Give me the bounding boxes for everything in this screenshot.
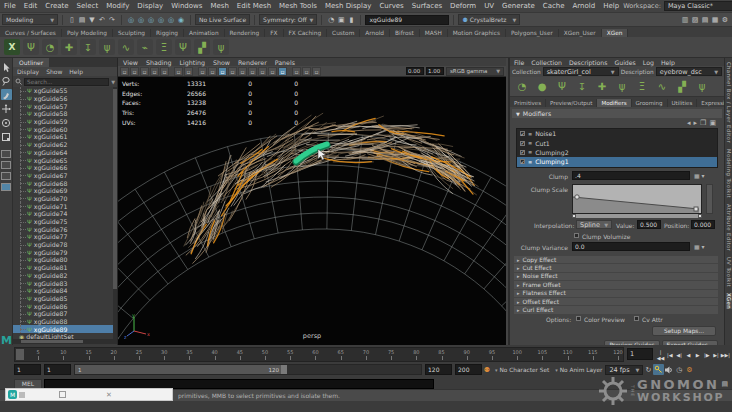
outliner-item[interactable]: ΨxgGuide83 [13,279,117,287]
outliner-item[interactable]: ΨxgGuide80 [13,256,117,264]
xgen-logo-icon[interactable]: X [4,39,20,55]
image-plane-icon[interactable]: ▫ [160,67,169,76]
playback-start-field[interactable] [44,364,71,375]
outliner-item[interactable]: ΨxgGuide57 [13,102,117,110]
maximize-icon[interactable] [59,391,66,398]
playback-end-field[interactable] [425,364,452,375]
shelf-preset-dropdown[interactable]: ⚉ CrystalBretz▼ [458,14,520,25]
outliner-item[interactable]: ΨxgGuide71 [13,202,117,210]
grease-pencil-icon[interactable]: ▫ [198,67,207,76]
outliner-item[interactable]: ΨxgGuide84 [13,287,117,295]
viewport-menu-lighting[interactable]: Lighting [180,59,205,66]
clump-volumize-checkbox[interactable] [574,233,579,238]
tool-settings-icon[interactable]: ⚙ [720,15,730,25]
outliner-item[interactable]: ΨxgGuide60 [13,125,117,133]
modifier-stack-item[interactable]: ✓≡Clumping2 [517,148,717,157]
outliner-item[interactable]: ΨxgGuide79 [13,248,117,256]
anim-layer-dropdown[interactable]: ▾No Anim Layer [555,367,602,373]
xgen-tab-preview-output[interactable]: Preview/Output [546,99,597,107]
xgen-tab-modifiers[interactable]: Modifiers [597,99,631,107]
textured-mode-icon[interactable]: ▫ [228,67,237,76]
ipr-render-icon[interactable]: ▣ [336,15,346,25]
viewport-menu-view[interactable]: View [123,59,138,66]
outliner-item[interactable]: ΨxgGuide74 [13,210,117,218]
time-slider[interactable]: 5101520253035404550556065707580859095100… [14,347,624,362]
modifier-stack-item[interactable]: ✓≡Noise1 [517,129,717,138]
add-guide-icon[interactable]: ✚ [61,39,77,55]
outliner-item[interactable]: ΨxgGuide64 [13,149,117,157]
menu-edit[interactable]: Edit [20,2,42,10]
render-icon[interactable]: ◔ [326,15,336,25]
xgen-menu-guides[interactable]: Guides [614,59,635,66]
effect-section-copy-effect[interactable]: ▸Copy Effect [514,256,718,263]
attribute-editor-icon[interactable]: ▦ [710,15,720,25]
ramp-value-field[interactable] [637,220,661,229]
outliner-item[interactable]: ΨxgGuide89 [13,325,117,333]
layout-four-pane-icon[interactable] [1,172,11,180]
menu-select[interactable]: Select [73,2,103,10]
isolate-select-icon[interactable]: ▫ [292,67,301,76]
close-icon[interactable]: ✕ [106,391,112,399]
menu-mesh[interactable]: Mesh [206,2,232,10]
menu-arnold[interactable]: Arnold [569,2,600,10]
modifier-enabled-checkbox[interactable]: ✓ [520,150,525,155]
overscan-icon[interactable]: ▫ [184,67,193,76]
outliner-item[interactable]: ΨxgGuide69 [13,187,117,195]
xgen-tab-utilities[interactable]: Utilities [668,99,698,107]
2d-pan-zoom-icon[interactable]: ▫ [174,67,183,76]
new-modifier-icon[interactable]: ▣ [709,119,716,127]
outliner-menu-help[interactable]: Help [69,68,83,75]
fur-tuft-icon[interactable]: ψ [694,79,710,94]
joints-xray-icon[interactable]: ▫ [312,67,321,76]
xray-icon[interactable]: ▫ [302,67,311,76]
xgen-menu-descriptions[interactable]: Descriptions [569,59,607,66]
character-set-icon[interactable]: ⚉ [482,366,492,374]
shelf-tab-bifrost[interactable]: Bifrost [390,29,420,37]
shelf-tab-arnold[interactable]: Arnold [360,29,390,37]
snap-curve-icon[interactable]: ◎ [136,15,146,25]
right-tab-modeling-toolkit[interactable]: Modeling Toolkit [726,149,732,198]
effect-section-curl-effect[interactable]: ▸Curl Effect [514,306,718,313]
multisample-aa-icon[interactable]: ▫ [278,67,287,76]
place-guide-icon[interactable]: ↧ [574,79,590,94]
shelf-tab-rendering[interactable]: Rendering [225,29,266,37]
snap-projected-center-icon[interactable]: ◎ [156,15,166,25]
clump-variance-field[interactable] [572,242,690,251]
current-time-marker[interactable] [16,349,24,360]
outliner-item[interactable]: ΨxgGuide58 [13,110,117,118]
outliner-hscrollbar[interactable] [13,339,117,344]
play-forwards-button[interactable]: ▶ [693,352,702,358]
outliner-menu-display[interactable]: Display [17,68,39,75]
modeling-toolkit-icon[interactable]: ▥ [680,15,690,25]
exposure-field[interactable] [406,67,424,75]
menu-modify[interactable]: Modify [102,2,133,10]
animation-start-field[interactable] [14,364,41,375]
shadows-icon[interactable]: ▫ [248,67,257,76]
shelf-tab-xgen-user[interactable]: XGen_User [559,29,602,37]
xgen-menu-log[interactable]: Log [643,59,654,66]
wireframe-icon[interactable]: ▫ [208,67,217,76]
make-live-icon[interactable]: ◉ [176,15,186,25]
viewport-canvas[interactable]: Verts:1333100Edges:2656600Faces:1323800T… [118,77,506,345]
effect-section-offset-effect[interactable]: ▸Offset Effect [514,298,718,305]
setup-maps-button[interactable]: Setup Maps... [652,326,716,336]
live-surface-field[interactable]: No Live Surface [195,14,250,25]
effect-section-cut-effect[interactable]: ▸Cut Effect [514,264,718,271]
right-tab-channel-box-layer-editor[interactable]: Channel Box / Layer Editor [726,62,732,143]
lock-camera-icon[interactable]: ▫ [130,67,139,76]
outliner-menu-show[interactable]: Show [46,68,62,75]
shelf-tab-poly-modeling[interactable]: Poly Modeling [62,29,113,37]
duplicate-modifier-icon[interactable]: ❐ [700,119,706,127]
range-slider-handle[interactable] [281,365,287,374]
map-menu-icon[interactable]: ▦ ▾ [694,243,705,250]
outliner-item[interactable]: ΨxgGuide56 [13,95,117,103]
xgen-menu-collection[interactable]: Collection [531,59,562,66]
cv-attr-checkbox[interactable] [634,316,639,321]
shelf-tab-fx[interactable]: FX [265,29,283,37]
modifier-stack-list[interactable]: ✓≡Noise1✓≡Cut1✓≡Clumping2✓≡Clumping1 [516,128,718,168]
create-description-icon[interactable]: Ψ [23,39,39,55]
xgen-menu-help[interactable]: Help [661,59,675,66]
snap-point-icon[interactable]: ◎ [146,15,156,25]
outliner-item[interactable]: ΨxgGuide86 [13,302,117,310]
lamp-guide-icon[interactable]: ψ [614,79,630,94]
